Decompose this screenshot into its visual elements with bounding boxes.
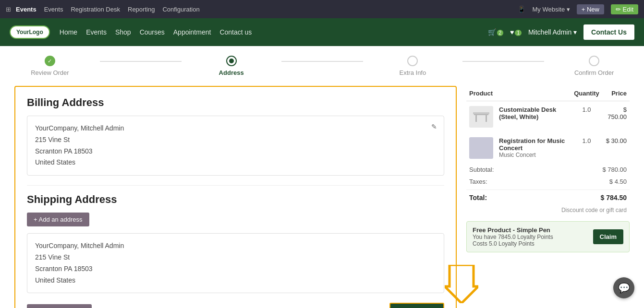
col-quantity: Quantity <box>571 86 602 101</box>
product-price-concert: $ 30.00 <box>602 132 630 164</box>
subtotal-row: Subtotal: $ 780.00 <box>466 164 630 176</box>
step-label-extra: Extra Info <box>400 69 426 76</box>
step-connector-2 <box>281 61 363 62</box>
step-label-review: Review Order <box>31 69 69 76</box>
admin-nav-events[interactable]: Events <box>44 6 63 13</box>
billing-line4: United States <box>35 157 436 168</box>
edit-button[interactable]: ✏ Edit <box>611 4 638 14</box>
table-row: Customizable Desk (Steel, White) 1.0 $ 7… <box>466 101 630 133</box>
product-qty-concert: 1.0 <box>571 132 602 164</box>
order-table: Product Quantity Price <box>466 86 630 164</box>
main-content: Billing Address ✎ YourCompany, Mitchell … <box>0 81 644 308</box>
product-image-concert <box>469 137 493 159</box>
shipping-line1: YourCompany, Mitchell Admin <box>35 240 436 252</box>
free-product-desc1: You have 7845.0 Loyalty Points <box>473 234 553 240</box>
col-product: Product <box>466 86 571 101</box>
left-panel: Billing Address ✎ YourCompany, Mitchell … <box>14 86 457 308</box>
shipping-address-section: Shipping Address + Add an address YourCo… <box>27 193 444 293</box>
section-divider <box>27 185 444 186</box>
step-circle-extra <box>407 56 418 66</box>
admin-bar-right: 📱 My Website ▾ + New ✏ Edit <box>518 4 638 14</box>
billing-address-card: ✎ YourCompany, Mitchell Admin 215 Vine S… <box>27 116 444 176</box>
my-website-link[interactable]: My Website ▾ <box>532 6 570 13</box>
svg-rect-3 <box>486 115 487 122</box>
nav-contact-us[interactable]: Contact us <box>219 28 252 36</box>
step-review-order: ✓ Review Order <box>0 56 100 76</box>
product-sub-concert: Music Concert <box>499 152 568 158</box>
step-label-confirm: Confirm Order <box>574 69 614 76</box>
module-name: Events <box>16 6 36 13</box>
nav-shop[interactable]: Shop <box>115 28 131 36</box>
product-price-desk: $ 750.00 <box>602 101 630 133</box>
shipping-line3: Scranton PA 18503 <box>35 263 436 275</box>
cart-count: 2 <box>497 30 504 36</box>
admin-nav-configuration[interactable]: Configuration <box>162 6 199 13</box>
add-address-button[interactable]: + Add an address <box>27 213 89 226</box>
chat-bubble[interactable]: 💬 <box>613 277 634 298</box>
nav-appointment[interactable]: Appointment <box>173 28 211 36</box>
nav-events[interactable]: Events <box>86 28 107 36</box>
billing-edit-icon[interactable]: ✎ <box>431 123 437 130</box>
step-circle-review: ✓ <box>45 56 55 66</box>
billing-line3: Scranton PA 18503 <box>35 146 436 157</box>
svg-rect-2 <box>475 115 477 122</box>
billing-line2: 215 Vine St <box>35 134 436 146</box>
admin-nav-reporting[interactable]: Reporting <box>128 6 155 13</box>
admin-nav-registration[interactable]: Registration Desk <box>71 6 120 13</box>
free-product-desc2: Costs 5.0 Loyalty Points <box>473 240 553 247</box>
free-product-banner: Free Product - Simple Pen You have 7845.… <box>466 221 630 252</box>
website-nav: YourLogo Home Events Shop Courses Appoin… <box>0 18 644 46</box>
chat-icon: 💬 <box>618 282 630 294</box>
taxes-value: $ 4.50 <box>609 178 627 185</box>
taxes-label: Taxes: <box>469 178 487 185</box>
shipping-address-card: YourCompany, Mitchell Admin 215 Vine St … <box>27 233 444 293</box>
left-panel-container: Billing Address ✎ YourCompany, Mitchell … <box>14 86 457 308</box>
total-label: Total: <box>469 194 487 201</box>
product-name-desk: Customizable Desk (Steel, White) <box>499 106 568 120</box>
contact-us-button[interactable]: Contact Us <box>583 24 634 40</box>
free-product-info: Free Product - Simple Pen You have 7845.… <box>473 226 553 247</box>
admin-bar: ⊞ Events Events Registration Desk Report… <box>0 0 644 18</box>
billing-line1: YourCompany, Mitchell Admin <box>35 123 436 134</box>
logo[interactable]: YourLogo <box>10 25 50 39</box>
step-extra-info: Extra Info <box>363 56 463 76</box>
user-dropdown[interactable]: Mitchell Admin ▾ <box>528 28 577 36</box>
claim-button[interactable]: Claim <box>593 229 623 244</box>
step-circle-address <box>226 56 237 66</box>
product-image-desk <box>469 106 493 128</box>
discount-link[interactable]: Discount code or gift card <box>466 204 630 216</box>
website-nav-links: Home Events Shop Courses Appointment Con… <box>60 28 252 36</box>
new-button[interactable]: + New <box>577 4 604 14</box>
table-row: Registration for Music Concert Music Con… <box>466 132 630 164</box>
shipping-line2: 215 Vine St <box>35 252 436 263</box>
product-name-concert: Registration for Music Concert <box>499 137 568 152</box>
return-to-cart-button[interactable]: ◂ Return to Cart <box>27 304 92 308</box>
total-value: $ 784.50 <box>601 194 627 201</box>
svg-rect-4 <box>473 112 489 114</box>
cart-icon[interactable]: 🛒2 <box>488 28 504 36</box>
wishlist-count: 1 <box>515 30 522 36</box>
confirm-button[interactable]: Confirm ▸ <box>389 303 444 308</box>
billing-address-title: Billing Address <box>27 96 444 109</box>
wishlist-icon[interactable]: ♥1 <box>510 28 522 36</box>
billing-address-section: Billing Address ✎ YourCompany, Mitchell … <box>27 96 444 176</box>
step-circle-confirm <box>589 56 599 66</box>
apps-icon[interactable]: ⊞ <box>6 6 11 13</box>
website-nav-right: 🛒2 ♥1 Mitchell Admin ▾ Contact Us <box>488 24 635 40</box>
admin-nav: Events Registration Desk Reporting Confi… <box>44 6 200 13</box>
free-product-title: Free Product - Simple Pen <box>473 226 553 234</box>
bottom-actions: ◂ Return to Cart Confirm ▸ <box>27 303 444 308</box>
col-price: Price <box>602 86 630 101</box>
step-confirm-order: Confirm Order <box>544 56 644 76</box>
step-connector-1 <box>100 61 182 62</box>
nav-courses[interactable]: Courses <box>140 28 165 36</box>
steps-bar: ✓ Review Order Address Extra Info Confir… <box>0 46 644 81</box>
subtotal-label: Subtotal: <box>469 166 494 173</box>
nav-home[interactable]: Home <box>60 28 77 36</box>
step-address: Address <box>182 56 281 76</box>
total-row: Total: $ 784.50 <box>466 190 630 204</box>
taxes-row: Taxes: $ 4.50 <box>466 176 630 188</box>
step-label-address: Address <box>219 69 244 76</box>
right-panel: Product Quantity Price <box>466 86 630 308</box>
product-qty-desk: 1.0 <box>571 101 602 133</box>
